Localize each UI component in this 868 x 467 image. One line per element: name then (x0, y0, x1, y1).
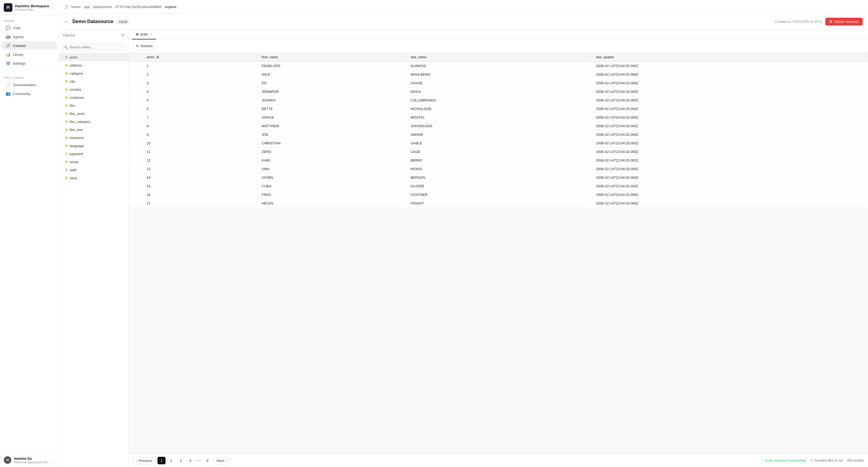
table-item-film_text[interactable]: › ⊞ film_text (59, 126, 128, 134)
table-item-rental[interactable]: › ⊞ rental (59, 158, 128, 166)
table-row: 9 JOE SWANK 2006-02-14T23:04:33.000Z (129, 130, 868, 139)
sidebar-item-documentation[interactable]: 📄 Documentation (2, 81, 57, 89)
cell-last-name: LOLLOBRIGIDA (406, 96, 591, 105)
cell-last-update: 2006-02-14T23:04:33.000Z (591, 156, 868, 165)
cell-first-name: FRED (257, 191, 406, 199)
tables-refresh-icon[interactable]: ↻ (121, 33, 125, 38)
cell-actor-id: 7 (142, 113, 257, 122)
table-item-film_category[interactable]: › ⊞ film_category (59, 118, 128, 126)
delete-resource-button[interactable]: 🗑 Delete resource (825, 18, 863, 26)
breadcrumb-app[interactable]: app (84, 5, 90, 9)
table-item-customer[interactable]: › ⊞ customer (59, 93, 128, 101)
next-label: Next (217, 459, 224, 463)
col-header-actor-id: actor_id (142, 53, 257, 62)
cell-actor-id: 17 (142, 199, 257, 208)
sidebar-item-community[interactable]: 👥 Community (2, 89, 57, 98)
trash-icon: 🗑 (829, 20, 833, 24)
library-icon: 📊 (5, 52, 11, 57)
workspace-header[interactable]: H Hashims Workspace Premium Plan ⌄ (0, 0, 59, 15)
table-item-chevron-icon: › (62, 56, 63, 59)
table-item-film[interactable]: › ⊞ film (59, 101, 128, 110)
sidebar-item-settings[interactable]: ⚙️ Settings (2, 59, 57, 68)
cell-last-name: MOSTEL (406, 113, 591, 122)
refresh-icon: ↻ (136, 44, 139, 48)
cell-actor-id: 4 (142, 87, 257, 96)
table-item-payment[interactable]: › ⊞ payment (59, 150, 128, 158)
table-item-label: city (70, 80, 75, 84)
table-item-staff[interactable]: › ⊞ staff (59, 166, 128, 174)
table-item-address[interactable]: › ⊞ address (59, 61, 128, 69)
table-item-city[interactable]: › ⊞ city (59, 77, 128, 85)
page-2-button[interactable]: 2 (167, 457, 175, 464)
sidebar-item-documentation-label: Documentation (13, 83, 36, 87)
next-button[interactable]: Next › (213, 457, 229, 464)
table-item-chevron-icon: › (62, 176, 63, 180)
refresh-button[interactable]: ↻ Refresh (132, 42, 156, 50)
table-item-chevron-icon: › (62, 128, 63, 131)
search-icon: 🔍 (64, 45, 68, 49)
sidebar-item-library[interactable]: 📊 Library (2, 50, 57, 59)
table-item-chevron-icon: › (62, 136, 63, 139)
cell-actor-id: 16 (142, 191, 257, 199)
row-number (129, 173, 142, 182)
explorer: TABLES ↻ 🔍 › ⊞ actor › ⊞ address › ⊞ cat… (59, 30, 868, 467)
breadcrumb-sep-2: › (91, 5, 92, 9)
cell-last-update: 2006-02-14T23:04:33.000Z (591, 79, 868, 87)
clock-icon: 🕐 (810, 459, 814, 462)
page-8-button[interactable]: 8 (204, 457, 212, 464)
table-item-inventory[interactable]: › ⊞ inventory (59, 134, 128, 142)
chevron-right-icon: › (225, 459, 226, 463)
table-row: 3 ED CHASE 2006-02-14T23:04:33.000Z (129, 79, 868, 87)
cell-first-name: CUBA (257, 182, 406, 191)
table-item-store[interactable]: › ⊞ store (59, 174, 128, 182)
table-grid-icon: ⊞ (65, 136, 68, 140)
sidebar-item-agents-label: Agents (13, 35, 24, 39)
sidebar-item-agents[interactable]: 🤖 Agents (2, 32, 57, 41)
documentation-icon: 📄 (5, 82, 11, 87)
tab-actor[interactable]: ⊞ actor ✕ (132, 30, 156, 39)
row-number (129, 139, 142, 148)
back-button[interactable]: ← (64, 19, 69, 24)
cell-last-name: CHASE (406, 79, 591, 87)
sidebar-item-chat[interactable]: 💬 Chat (2, 24, 57, 32)
breadcrumb-id[interactable]: 6776734c23e081a0ea8d98b0 (115, 5, 162, 9)
table-item-language[interactable]: › ⊞ language (59, 142, 128, 150)
page-dots: ••• (196, 459, 202, 463)
chevron-left-icon: ‹ (136, 459, 137, 463)
table-row: 6 BETTE NICHOLSON 2006-02-14T23:04:33.00… (129, 105, 868, 113)
table-item-category[interactable]: › ⊞ category (59, 69, 128, 77)
table-grid-icon: ⊞ (65, 176, 68, 180)
table-item-label: address (70, 63, 82, 67)
cell-last-name: DAVIS (406, 87, 591, 96)
row-number (129, 105, 142, 113)
cell-first-name: JOHNNY (257, 96, 406, 105)
datasource-header-right: Created on: 02/01/2025 16:36:52 🗑 Delete… (775, 18, 863, 26)
cell-actor-id: 12 (142, 156, 257, 165)
cell-actor-id: 10 (142, 139, 257, 148)
breadcrumb-home[interactable]: Home (71, 5, 81, 9)
cell-last-name: CAGE (406, 148, 591, 156)
cell-first-name: UMA (257, 165, 406, 173)
table-item-film_actor[interactable]: › ⊞ film_actor (59, 110, 128, 118)
breadcrumb-sep-4: › (163, 5, 164, 9)
cell-last-name: OLIVIER (406, 182, 591, 191)
cell-actor-id: 14 (142, 173, 257, 182)
table-grid-icon: ⊞ (65, 55, 68, 59)
cell-actor-id: 6 (142, 105, 257, 113)
topbar: ☰ Home › app › datasources › 6776734c23e… (59, 0, 868, 14)
col-header-row-num (129, 53, 142, 62)
search-input[interactable] (62, 43, 126, 51)
previous-button[interactable]: ‹ Previous (133, 457, 156, 464)
page-3-button[interactable]: 3 (177, 457, 185, 464)
page-4-button[interactable]: 4 (186, 457, 194, 464)
table-item-label: staff (70, 168, 76, 172)
sidebar-toggle-icon[interactable]: ☰ (64, 4, 69, 10)
tab-close-icon[interactable]: ✕ (150, 32, 152, 36)
sidebar-footer[interactable]: H Hashim Ea hashimdev@yopmail.com ⌄ (0, 453, 59, 467)
row-number (129, 130, 142, 139)
sidebar-item-connect[interactable]: 🔗 Connect (2, 41, 57, 50)
page-1-button[interactable]: 1 (157, 457, 165, 464)
table-item-country[interactable]: › ⊞ country (59, 85, 128, 93)
breadcrumb-datasources[interactable]: datasources (93, 5, 112, 9)
table-item-actor[interactable]: › ⊞ actor (59, 53, 128, 61)
